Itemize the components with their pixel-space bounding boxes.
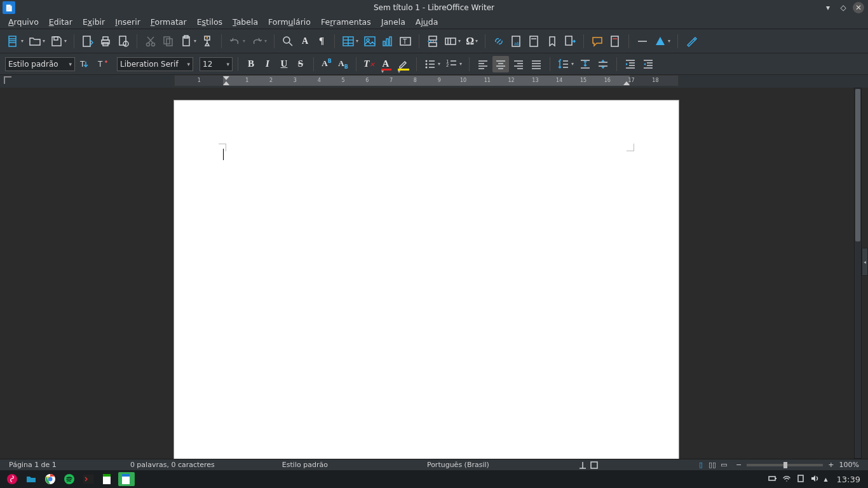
status-zoom[interactable]: 100% xyxy=(834,461,864,469)
document-page[interactable] xyxy=(174,100,679,459)
horizontal-ruler[interactable]: 1123456789101112131415161718 xyxy=(174,75,679,86)
undo-button[interactable] xyxy=(227,33,247,50)
copy-button[interactable] xyxy=(160,33,177,50)
taskbar-files[interactable] xyxy=(23,472,39,486)
formatting-marks-button[interactable]: ¶ xyxy=(314,33,329,50)
taskbar-writer-active[interactable] xyxy=(118,472,135,486)
sidebar-toggle[interactable]: ◂ xyxy=(862,248,868,276)
taskbar-calc[interactable] xyxy=(99,472,116,486)
window-maximize-button[interactable]: ◇ xyxy=(837,2,849,13)
align-center-button[interactable] xyxy=(492,56,509,72)
status-word-count[interactable]: 0 palavras, 0 caracteres xyxy=(125,461,220,469)
redo-button[interactable] xyxy=(248,33,269,50)
selection-mode-icon[interactable] xyxy=(590,461,599,470)
bullet-list-button[interactable] xyxy=(422,56,442,72)
status-language[interactable]: Português (Brasil) xyxy=(422,461,494,469)
find-replace-button[interactable] xyxy=(280,33,296,50)
right-indent-marker[interactable] xyxy=(623,81,630,85)
paste-button[interactable] xyxy=(178,33,198,50)
insert-endnote-button[interactable] xyxy=(526,33,543,50)
insert-bookmark-button[interactable] xyxy=(544,33,560,50)
status-paragraph-style[interactable]: Estilo padrão xyxy=(277,461,333,469)
insert-page-break-button[interactable] xyxy=(424,33,441,50)
save-button[interactable] xyxy=(48,33,69,50)
align-left-button[interactable] xyxy=(475,56,491,72)
taskbar-app-menu[interactable] xyxy=(4,472,20,486)
menu-exibir[interactable]: Exibir xyxy=(78,16,109,28)
align-right-button[interactable] xyxy=(510,56,527,72)
vertical-scrollbar[interactable] xyxy=(854,88,862,459)
zoom-out-button[interactable]: − xyxy=(736,461,742,469)
insert-chart-button[interactable] xyxy=(379,33,396,50)
numbered-list-button[interactable]: 12 xyxy=(444,56,464,72)
paragraph-style-combo[interactable]: Estilo padrão▾ xyxy=(5,57,75,71)
insert-cross-reference-button[interactable] xyxy=(562,33,578,50)
font-name-combo[interactable]: Liberation Serif▾ xyxy=(117,57,193,71)
decrease-indent-button[interactable] xyxy=(640,56,656,72)
insert-special-char-button[interactable]: Ω xyxy=(464,33,480,50)
menu-ferramentas[interactable]: Ferramentas xyxy=(316,16,376,28)
underline-button[interactable]: U xyxy=(276,56,292,72)
scrollbar-thumb[interactable] xyxy=(855,89,860,241)
bold-button[interactable]: B xyxy=(243,56,259,72)
tray-clock[interactable]: 13:39 xyxy=(837,475,860,484)
menu-inserir[interactable]: Inserir xyxy=(111,16,145,28)
strikethrough-button[interactable]: S xyxy=(293,56,308,72)
clear-formatting-button[interactable]: T✕ xyxy=(362,56,377,72)
decrease-spacing-button[interactable] xyxy=(595,56,611,72)
update-style-button[interactable]: T xyxy=(76,56,93,72)
increase-indent-button[interactable] xyxy=(622,56,639,72)
status-page[interactable]: Página 1 de 1 xyxy=(4,461,62,469)
taskbar-chrome[interactable] xyxy=(42,472,58,486)
menu-editar[interactable]: Editar xyxy=(44,16,77,28)
view-book-icon[interactable]: ▭ xyxy=(719,461,728,470)
font-color-button[interactable]: A xyxy=(378,56,393,72)
track-changes-button[interactable] xyxy=(607,33,623,50)
insert-table-button[interactable] xyxy=(340,33,360,50)
zoom-slider[interactable] xyxy=(747,464,823,466)
subscript-button[interactable]: AB xyxy=(336,56,351,72)
tray-expand-icon[interactable]: ▴ xyxy=(824,475,828,484)
zoom-in-button[interactable]: + xyxy=(828,461,834,469)
first-line-indent-marker[interactable] xyxy=(223,76,229,80)
menu-arquivo[interactable]: Arquivo xyxy=(4,16,43,28)
increase-spacing-button[interactable] xyxy=(577,56,593,72)
basic-shapes-button[interactable] xyxy=(652,33,672,50)
tray-wifi-icon[interactable] xyxy=(782,474,791,485)
tray-clipboard-icon[interactable] xyxy=(796,474,805,485)
menu-ajuda[interactable]: Ajuda xyxy=(411,16,443,28)
insert-mode-icon[interactable] xyxy=(578,461,587,470)
menu-janela[interactable]: Janela xyxy=(377,16,410,28)
insert-field-button[interactable] xyxy=(442,33,463,50)
open-button[interactable] xyxy=(27,33,47,50)
window-close-button[interactable]: ✕ xyxy=(853,2,864,13)
export-pdf-button[interactable] xyxy=(79,33,96,50)
show-draw-functions-button[interactable] xyxy=(683,33,700,50)
view-single-page-icon[interactable]: ▯ xyxy=(696,461,705,470)
cut-button[interactable] xyxy=(142,33,159,50)
menu-formatar[interactable]: Formatar xyxy=(146,16,191,28)
insert-footnote-button[interactable]: ab xyxy=(508,33,525,50)
spellcheck-button[interactable]: A xyxy=(297,33,313,50)
menu-formulário[interactable]: Formulário xyxy=(264,16,315,28)
new-style-button[interactable]: T xyxy=(94,56,111,72)
insert-textbox-button[interactable]: T xyxy=(397,33,414,50)
print-preview-button[interactable] xyxy=(115,33,132,50)
left-indent-marker[interactable] xyxy=(223,81,229,85)
italic-button[interactable]: I xyxy=(260,56,275,72)
clone-formatting-button[interactable] xyxy=(200,33,216,50)
font-size-combo[interactable]: 12▾ xyxy=(200,57,233,71)
new-document-button[interactable] xyxy=(5,33,25,50)
highlight-color-button[interactable] xyxy=(395,56,411,72)
window-minimize-button[interactable]: ▾ xyxy=(822,2,834,13)
menu-tabela[interactable]: Tabela xyxy=(228,16,262,28)
superscript-button[interactable]: AB xyxy=(319,56,334,72)
insert-image-button[interactable] xyxy=(362,33,378,50)
line-spacing-button[interactable] xyxy=(555,56,576,72)
taskbar-spotify[interactable] xyxy=(61,472,78,486)
menu-estilos[interactable]: Estilos xyxy=(193,16,227,28)
insert-comment-button[interactable] xyxy=(589,33,606,50)
insert-line-button[interactable] xyxy=(634,33,651,50)
document-area[interactable] xyxy=(0,88,853,459)
tray-battery-icon[interactable] xyxy=(768,474,777,485)
